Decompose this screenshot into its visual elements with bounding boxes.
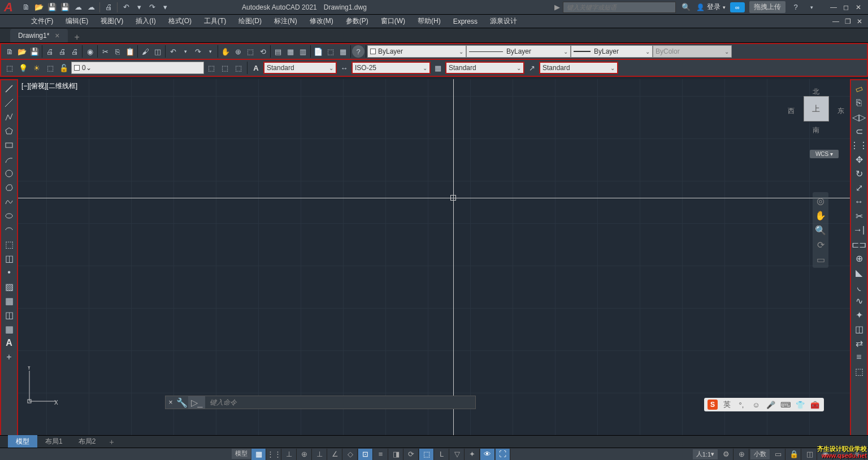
sb-lockui-icon[interactable]: 🔒 xyxy=(787,449,801,460)
sb-snap-icon[interactable]: ⋮⋮ xyxy=(267,449,281,460)
tb-undo2-icon[interactable]: ↶ xyxy=(167,45,179,58)
tb-preview-icon[interactable]: 🖨 xyxy=(56,45,68,58)
menu-file[interactable]: 文件(F) xyxy=(25,15,59,28)
table-tool-icon[interactable]: ▦ xyxy=(3,323,15,335)
menu-window[interactable]: 窗口(W) xyxy=(375,15,411,28)
tb-zoomrt-icon[interactable]: ⊕ xyxy=(232,45,244,58)
sb-polar-icon[interactable]: ∠ xyxy=(328,449,342,460)
sb-gizmo-icon[interactable]: ✦ xyxy=(465,449,480,460)
drawing-canvas[interactable]: [−][俯视][二维线框] document.write(Array.from(… xyxy=(18,79,850,436)
point-tool-icon[interactable]: • xyxy=(3,266,15,279)
tb-calc-icon[interactable]: ▦ xyxy=(337,45,349,58)
tb-zoomprev-icon[interactable]: ⟲ xyxy=(257,45,269,58)
erase-tool-icon[interactable] xyxy=(853,83,865,95)
sb-infer-icon[interactable]: ⊥ xyxy=(282,449,297,460)
qat-new-icon[interactable]: 🗎 xyxy=(20,2,32,13)
ellipsearc-tool-icon[interactable] xyxy=(3,224,15,236)
tb-open-icon[interactable]: 📂 xyxy=(16,45,28,58)
layout-add-button[interactable]: + xyxy=(103,437,119,446)
cmd-input[interactable]: 键入命令 xyxy=(205,396,475,409)
layer-freeze-icon[interactable]: ☀ xyxy=(31,62,43,74)
layer-on-icon[interactable]: 💡 xyxy=(17,62,29,74)
sb-3dosnap-icon[interactable]: ⬚ xyxy=(419,449,434,460)
textstyle-icon[interactable]: A xyxy=(250,62,262,74)
arc-tool-icon[interactable] xyxy=(3,153,15,166)
tb-redo2-icon[interactable]: ↷ xyxy=(192,45,204,58)
tb-new-icon[interactable]: 🗎 xyxy=(3,45,16,58)
doc-tab[interactable]: Drawing1* × xyxy=(10,29,68,42)
tb-properties-icon[interactable]: ▤ xyxy=(272,45,284,58)
move-tool-icon[interactable]: ✥ xyxy=(853,153,865,166)
sb-osnap-icon[interactable]: ⊡ xyxy=(358,449,373,460)
viewport-label[interactable]: [−][俯视][二维线框] xyxy=(21,81,77,91)
doc-minimize-button[interactable]: — xyxy=(831,18,841,25)
menu-tools[interactable]: 工具(T) xyxy=(198,15,232,28)
hatch-tool-icon[interactable]: ▨ xyxy=(3,280,15,293)
addselected-tool-icon[interactable]: + xyxy=(3,351,15,363)
nav-showmotion-icon[interactable]: ▭ xyxy=(814,253,827,266)
layout1-tab[interactable]: 布局1 xyxy=(37,435,71,448)
stretch-tool-icon[interactable]: ↔ xyxy=(853,196,865,208)
tb-tpalette-icon[interactable]: ▥ xyxy=(297,45,309,58)
tablestyle-dropdown[interactable]: Standard⌄ xyxy=(445,62,524,74)
menu-help[interactable]: 帮助(H) xyxy=(412,15,446,28)
block-tool-icon[interactable]: ◫ xyxy=(3,252,15,264)
gradient-tool-icon[interactable]: ▦ xyxy=(3,294,15,307)
sb-annmon-icon[interactable]: ⊕ xyxy=(735,449,749,460)
qat-redo-chev-icon[interactable]: ▾ xyxy=(159,2,171,13)
command-line[interactable]: × 🔧 ▷_ 键入命令 xyxy=(165,396,476,409)
qat-undo-chev-icon[interactable]: ▾ xyxy=(133,2,145,13)
tb-pan-icon[interactable]: ✋ xyxy=(219,45,232,58)
menu-insert[interactable]: 插入(I) xyxy=(130,15,161,28)
layer-props-icon[interactable]: ⬚ xyxy=(3,62,16,74)
ime-voice-icon[interactable]: 🎤 xyxy=(765,399,776,410)
tb-save-icon[interactable]: 💾 xyxy=(28,45,41,58)
sb-isolate-icon[interactable]: ◫ xyxy=(802,449,817,460)
sb-model[interactable]: 模型 xyxy=(232,449,251,459)
sb-iso-icon[interactable]: ◇ xyxy=(343,449,358,460)
sb-annoscale[interactable]: 人 1:1 ▾ xyxy=(693,449,718,459)
join-tool-icon[interactable]: ⊕ xyxy=(853,252,865,264)
menu-yuanquan[interactable]: 源泉设计 xyxy=(484,15,523,28)
help-icon[interactable]: ? xyxy=(790,2,801,13)
qat-undo-icon[interactable]: ↶ xyxy=(120,2,132,13)
mleaderstyle-dropdown[interactable]: Standard⌄ xyxy=(539,62,618,74)
sb-cycle-icon[interactable]: ⟳ xyxy=(404,449,419,460)
sb-ws-icon[interactable]: ⚙ xyxy=(719,449,734,460)
nav-zoom-icon[interactable]: 🔍 xyxy=(814,224,827,236)
tb-zoomwin-icon[interactable]: ⬚ xyxy=(244,45,257,58)
setbylayer-tool-icon[interactable]: ≡ xyxy=(853,351,865,363)
line-tool-icon[interactable] xyxy=(3,83,15,95)
fillet-tool-icon[interactable]: ◟ xyxy=(853,280,865,293)
layer-dropdown[interactable]: 0⌄ xyxy=(71,62,204,74)
sb-qp-icon[interactable]: ▭ xyxy=(771,449,785,460)
pline-tool-icon[interactable] xyxy=(3,111,15,123)
layer-more-icon[interactable]: ⬚ xyxy=(232,62,245,74)
textstyle-dropdown[interactable]: Standard⌄ xyxy=(263,62,337,74)
qat-open-icon[interactable]: 📂 xyxy=(33,2,45,13)
layout2-tab[interactable]: 布局2 xyxy=(71,435,104,448)
rectangle-tool-icon[interactable] xyxy=(3,139,15,151)
ime-skin-icon[interactable]: 👕 xyxy=(795,399,806,410)
extend-tool-icon[interactable]: →| xyxy=(853,224,865,236)
tb-cut-icon[interactable]: ✂ xyxy=(99,45,111,58)
tb-match-icon[interactable]: 🖌 xyxy=(139,45,151,58)
color-dropdown[interactable]: ByLayer⌄ xyxy=(367,45,466,58)
lineweight-dropdown[interactable]: ByLayer⌄ xyxy=(571,45,653,58)
dimstyle-dropdown[interactable]: ISO-25⌄ xyxy=(351,62,431,74)
doc-tab-add-button[interactable]: + xyxy=(70,32,84,42)
chamfer-tool-icon[interactable]: ◣ xyxy=(853,266,865,279)
linetype-dropdown[interactable]: ByLayer⌄ xyxy=(466,45,571,58)
mleaderstyle-icon[interactable]: ↗ xyxy=(526,62,538,74)
tb-help2-icon[interactable]: ? xyxy=(352,45,364,58)
tb-plot-icon[interactable]: 🖨 xyxy=(44,45,56,58)
menu-parametric[interactable]: 参数(P) xyxy=(340,15,374,28)
mtext-tool-icon[interactable]: A xyxy=(3,337,15,349)
ime-sogou-icon[interactable]: S xyxy=(708,400,718,410)
sb-autoscale-icon[interactable]: ⛶ xyxy=(496,449,510,460)
reverse-tool-icon[interactable]: ⇄ xyxy=(853,337,865,349)
ucs-icon[interactable]: YX xyxy=(25,366,59,408)
cloud-button[interactable]: ∞ xyxy=(730,2,745,12)
layer-state-icon[interactable]: ⬚ xyxy=(205,62,218,74)
viewcube[interactable]: 北 东 南 西 上 WCS ▾ xyxy=(788,85,844,158)
